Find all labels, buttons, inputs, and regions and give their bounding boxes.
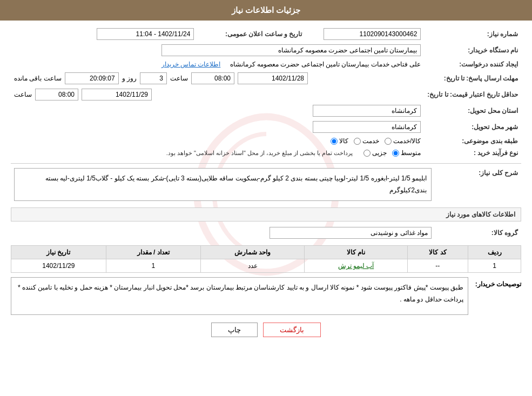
- cell-row: 1: [468, 259, 521, 273]
- province-label: استان محل تحویل:: [424, 103, 521, 119]
- buyer-org-input[interactable]: [161, 44, 421, 56]
- process-option-medium[interactable]: متوسط: [392, 149, 421, 157]
- cell-date: 1402/11/29: [11, 259, 106, 273]
- col-unit: واحد شمارش: [200, 246, 304, 259]
- cell-code: --: [407, 259, 468, 273]
- deadline-remaining-input[interactable]: [65, 72, 119, 84]
- city-input[interactable]: [313, 121, 421, 133]
- price-validity-date-input[interactable]: [82, 89, 152, 100]
- col-row: ردیف: [468, 246, 521, 259]
- process-type-label: نوع فرآیند خرید :: [424, 147, 521, 159]
- print-button[interactable]: چاپ: [211, 323, 258, 337]
- header-title: جزئیات اطلاعات نیاز: [232, 5, 300, 15]
- deadline-date-input[interactable]: [238, 72, 308, 84]
- category-option-service[interactable]: خدمت: [354, 137, 379, 145]
- table-row: 1 -- آب لیمو ترش عدد 1 1402/11/29: [11, 259, 521, 273]
- city-label: شهر محل تحویل:: [424, 119, 521, 135]
- col-name: نام کالا: [305, 246, 408, 259]
- deadline-label: مهلت ارسال پاسخ: تا تاریخ:: [424, 70, 521, 86]
- requester-label: ایجاد کننده درخواست:: [424, 58, 521, 70]
- need-description-value: ابلیمو 1/5 لیتر-ابغوره 1/5 لیتر-لوبیا چی…: [14, 168, 432, 201]
- col-date: تاریخ نیاز: [11, 246, 106, 259]
- buyer-notes-value: طبق پیوست *پیش فاکتور پیوست شود * نمونه …: [11, 277, 468, 315]
- cell-unit: عدد: [200, 259, 304, 273]
- need-number-label: شماره نیاز:: [424, 26, 521, 42]
- page-header: جزئیات اطلاعات نیاز: [0, 0, 532, 21]
- cell-qty: 1: [106, 259, 200, 273]
- category-label: طبقه بندی موضوعی:: [424, 135, 521, 147]
- button-row: بازگشت چاپ: [11, 323, 521, 337]
- category-option-goods-label: کالا: [339, 137, 348, 145]
- province-input[interactable]: [313, 105, 421, 117]
- deadline-days-input[interactable]: [140, 72, 167, 84]
- cell-name[interactable]: آب لیمو ترش: [305, 259, 408, 273]
- goods-group-input[interactable]: [270, 227, 432, 239]
- requester-value: علی فتاحی خدمات بیمارستان تامین اجتماعی …: [230, 61, 421, 68]
- announce-date-input[interactable]: [97, 28, 194, 40]
- deadline-time-label: ساعت: [170, 75, 188, 82]
- price-validity-time-input[interactable]: [35, 89, 78, 100]
- category-option-service-label: خدمت: [362, 137, 379, 145]
- category-option-goods-services[interactable]: کالا/خدمت: [385, 137, 421, 145]
- goods-group-label: گروه کالا:: [435, 225, 521, 241]
- deadline-time-input[interactable]: [191, 72, 234, 84]
- process-note: پرداخت تمام یا بخشی از مبلغ خرید، از محل…: [166, 150, 353, 157]
- goods-info-title: اطلاعات کالاهای مورد نیاز: [11, 207, 521, 222]
- category-option-gs-label: کالا/خدمت: [393, 137, 421, 145]
- price-validity-label: حداقل تاریخ اعتبار قیمت: تا تاریخ:: [424, 86, 521, 103]
- col-qty: تعداد / مقدار: [106, 246, 200, 259]
- need-description-label: شرح کلی نیاز:: [435, 166, 521, 203]
- goods-table: ردیف کد کالا نام کالا واحد شمارش تعداد /…: [11, 245, 521, 273]
- price-validity-time-label: ساعت: [14, 91, 32, 98]
- announce-date-label: تاریخ و ساعت اعلان عمومی:: [197, 26, 305, 42]
- process-medium-label: متوسط: [401, 149, 421, 157]
- buyer-org-label: نام دستگاه خریدار:: [424, 42, 521, 58]
- need-number-input[interactable]: [324, 28, 421, 40]
- contact-link[interactable]: اطلاعات تماس خریدار: [161, 61, 221, 68]
- process-small-label: جزیی: [372, 149, 387, 157]
- buyer-notes-label: توصیحات خریدار:: [473, 277, 521, 288]
- process-option-small[interactable]: جزیی: [363, 149, 387, 157]
- col-code: کد کالا: [407, 246, 468, 259]
- deadline-remaining-label: ساعت باقی مانده: [14, 75, 62, 82]
- deadline-days-label: روز و: [122, 75, 137, 82]
- back-button[interactable]: بازگشت: [263, 323, 321, 337]
- category-option-goods[interactable]: کالا: [331, 137, 348, 145]
